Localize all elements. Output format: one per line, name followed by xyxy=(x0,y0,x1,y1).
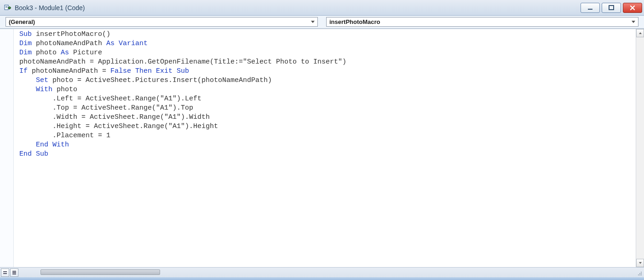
resize-grip[interactable] xyxy=(635,268,643,277)
window-controls xyxy=(581,3,642,13)
code-line: Set photo = ActiveSheet.Pictures.Insert(… xyxy=(19,76,634,85)
procedure-dropdown-value: insertPhotoMacro xyxy=(329,18,632,25)
code-line: With photo xyxy=(19,85,634,94)
code-line: If photoNameAndPath = False Then Exit Su… xyxy=(19,67,634,76)
code-line: .Left = ActiveSheet.Range("A1").Left xyxy=(19,94,634,104)
svg-point-10 xyxy=(641,274,642,275)
maximize-button[interactable] xyxy=(602,3,621,13)
procedure-view-button[interactable] xyxy=(1,268,9,277)
code-editor[interactable]: Sub insertPhotoMacro()Dim photoNameAndPa… xyxy=(14,29,636,267)
editor-wrap: Sub insertPhotoMacro()Dim photoNameAndPa… xyxy=(0,29,644,267)
object-dropdown-value: (General) xyxy=(9,18,311,25)
chevron-down-icon xyxy=(311,21,315,23)
code-line: .Height = ActiveSheet.Range("A1").Height xyxy=(19,122,634,131)
code-line: End Sub xyxy=(19,150,634,159)
code-line: Sub insertPhotoMacro() xyxy=(19,30,634,39)
code-line: End With xyxy=(19,140,634,150)
svg-rect-8 xyxy=(12,272,16,273)
svg-rect-3 xyxy=(588,9,592,10)
svg-point-14 xyxy=(639,273,640,274)
object-dropdown[interactable]: (General) xyxy=(6,17,318,27)
footer-strip xyxy=(0,277,644,280)
window-title: Book3 - Module1 (Code) xyxy=(15,4,581,12)
full-module-view-button[interactable] xyxy=(10,268,18,277)
code-line: .Top = ActiveSheet.Range("A1").Top xyxy=(19,104,634,113)
svg-point-12 xyxy=(641,273,642,274)
chevron-down-icon xyxy=(632,21,635,23)
svg-rect-9 xyxy=(12,274,16,274)
svg-rect-4 xyxy=(609,6,614,10)
svg-rect-6 xyxy=(3,273,7,274)
code-line: photoNameAndPath = Application.GetOpenFi… xyxy=(19,58,634,67)
scroll-down-button[interactable] xyxy=(636,259,644,267)
minimize-button[interactable] xyxy=(581,3,600,13)
svg-point-11 xyxy=(639,274,640,275)
code-line: .Width = ActiveSheet.Range("A1").Width xyxy=(19,113,634,122)
margin-indicator-bar[interactable] xyxy=(0,29,14,267)
svg-rect-5 xyxy=(3,271,7,272)
scroll-up-button[interactable] xyxy=(636,29,644,37)
vertical-scrollbar[interactable] xyxy=(636,29,644,267)
horizontal-scroll-thumb[interactable] xyxy=(40,269,160,275)
svg-point-15 xyxy=(641,272,642,273)
code-line: .Placement = 1 xyxy=(19,131,634,140)
dropdown-bar: (General) insertPhotoMacro xyxy=(0,16,644,29)
code-window: Book3 - Module1 (Code) (General) insertP… xyxy=(0,0,644,280)
titlebar[interactable]: Book3 - Module1 (Code) xyxy=(0,0,644,16)
procedure-dropdown[interactable]: insertPhotoMacro xyxy=(326,17,638,27)
bottom-bar xyxy=(0,267,644,277)
code-line: Dim photoNameAndPath As Variant xyxy=(19,39,634,48)
module-icon xyxy=(4,4,12,12)
svg-rect-7 xyxy=(12,271,16,272)
horizontal-scrollbar[interactable] xyxy=(22,268,635,277)
code-line: Dim photo As Picture xyxy=(19,48,634,58)
svg-point-13 xyxy=(638,274,639,275)
close-button[interactable] xyxy=(623,3,642,13)
